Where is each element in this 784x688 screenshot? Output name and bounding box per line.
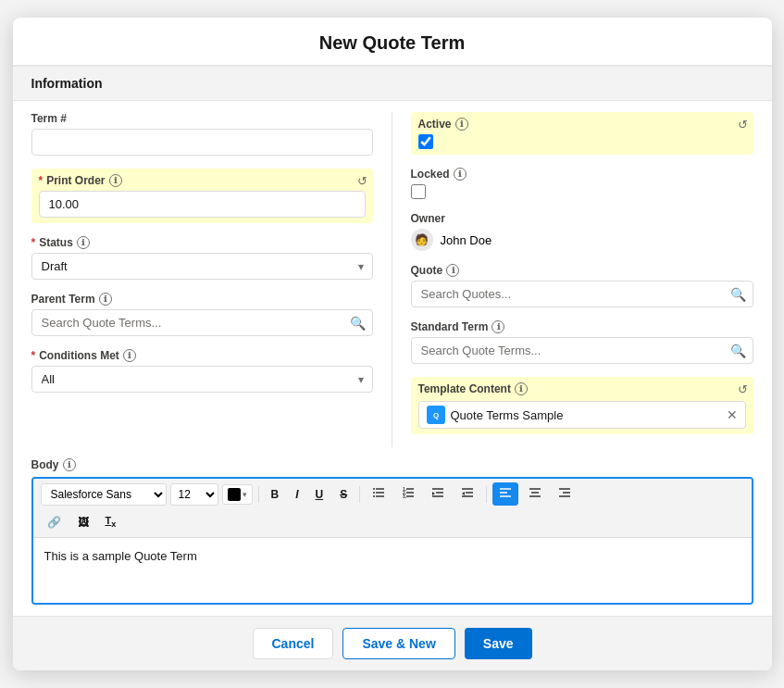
status-info-icon[interactable]: ℹ [77,236,90,249]
locked-checkbox-wrapper [411,184,753,199]
modal-title: New Quote Term [35,32,750,54]
svg-marker-21 [462,492,465,495]
rte-image-button[interactable]: 🖼 [71,512,95,532]
rte-font-family-select[interactable]: Salesforce Sans Arial Times New Roman [41,483,167,506]
template-content-info-icon[interactable]: ℹ [515,382,528,395]
locked-checkbox[interactable] [411,184,426,199]
template-chip-close-button[interactable]: ✕ [727,408,738,421]
rte-separator-3 [486,486,487,503]
locked-info-icon[interactable]: ℹ [454,168,467,181]
standard-term-input[interactable] [411,337,753,364]
form-grid: Term # * Print Order ℹ ↺ [13,101,772,458]
right-column: Active ℹ ↺ Locked ℹ [392,112,753,447]
status-select[interactable]: Draft Active Inactive [31,253,373,280]
rte-clear-format-button[interactable]: Tx [99,511,123,532]
rte-align-left-button[interactable] [492,482,518,506]
rte-font-size-select[interactable]: 12 14 16 18 [170,483,218,506]
rte-color-picker[interactable]: ▾ [222,484,253,505]
print-order-reset-icon[interactable]: ↺ [357,174,367,188]
quote-info-icon[interactable]: ℹ [446,264,459,277]
quote-label: Quote ℹ [411,264,753,277]
rte-ordered-list-button[interactable]: 1.2.3. [395,482,421,506]
svg-text:3.: 3. [403,494,407,499]
save-button[interactable]: Save [465,628,532,659]
svg-point-5 [373,488,375,490]
parent-term-field: Parent Term ℹ 🔍 [31,293,373,336]
save-new-button[interactable]: Save & New [342,628,454,659]
standard-term-label: Standard Term ℹ [411,320,753,333]
svg-text:Q: Q [432,411,438,419]
term-number-label: Term # [31,112,373,125]
rich-text-editor: Salesforce Sans Arial Times New Roman 12… [31,477,753,604]
quote-search-button[interactable]: 🔍 [730,287,746,302]
parent-term-info-icon[interactable]: ℹ [99,293,112,306]
body-section: Body ℹ Salesforce Sans Arial Times New R… [13,458,772,615]
standard-term-search-wrapper: 🔍 [411,337,753,364]
rte-align-center-button[interactable] [522,482,548,506]
owner-name: John Doe [441,233,492,247]
modal-container: New Quote Term Information Term # [13,18,772,669]
parent-term-search-button[interactable]: 🔍 [350,316,366,331]
rte-body-text: This is a sample Quote Term [44,549,197,563]
template-chip: Q Quote Terms Sample ✕ [418,401,746,429]
term-number-field: Term # [31,112,373,156]
rte-increase-indent-button[interactable] [454,482,480,506]
term-number-input[interactable] [31,129,373,156]
cancel-button[interactable]: Cancel [253,628,334,659]
rte-strikethrough-button[interactable]: S [333,484,354,505]
conditions-met-info-icon[interactable]: ℹ [123,349,136,362]
template-content-label: Template Content ℹ [418,382,746,395]
modal-footer: Cancel Save & New Save [13,616,772,670]
rte-decrease-indent-button[interactable] [425,482,451,506]
rte-unordered-list-button[interactable] [366,482,392,506]
template-content-highlighted: Template Content ℹ ↺ Q Quote Terms Sampl… [411,377,753,434]
print-order-highlighted: * Print Order ℹ ↺ [31,169,373,223]
modal-header: New Quote Term [13,18,772,66]
conditions-met-label: * Conditions Met ℹ [31,349,373,362]
rte-link-button[interactable]: 🔗 [41,512,68,532]
quote-input[interactable] [411,281,753,307]
quote-field: Quote ℹ 🔍 [411,264,753,307]
rte-color-swatch [228,488,241,501]
rte-toolbar-row1: Salesforce Sans Arial Times New Roman 12… [41,482,744,506]
template-chip-label: Quote Terms Sample [451,408,721,422]
print-order-input[interactable] [39,191,366,218]
active-field: Active ℹ ↺ [411,112,753,155]
standard-term-search-button[interactable]: 🔍 [730,344,746,358]
rte-content-area[interactable]: This is a sample Quote Term [33,538,752,603]
locked-label: Locked ℹ [411,168,753,181]
svg-point-6 [373,492,375,494]
owner-label: Owner [411,212,753,225]
rte-underline-button[interactable]: U [309,484,330,505]
quote-search-wrapper: 🔍 [411,281,753,307]
owner-row: 🧑 John Doe [411,229,753,251]
active-reset-icon[interactable]: ↺ [738,118,748,131]
standard-term-info-icon[interactable]: ℹ [492,320,504,333]
owner-field: Owner 🧑 John Doe [411,212,753,251]
active-checkbox[interactable] [418,134,433,149]
rte-color-chevron-icon: ▾ [243,490,247,499]
print-order-label: * Print Order ℹ [39,174,366,187]
status-label: * Status ℹ [31,236,373,249]
rte-align-right-button[interactable] [552,482,578,506]
template-content-reset-icon[interactable]: ↺ [738,382,748,396]
rte-bold-button[interactable]: B [265,484,286,505]
active-label: Active ℹ [418,118,746,131]
active-info-icon[interactable]: ℹ [455,118,468,131]
left-column: Term # * Print Order ℹ ↺ [31,112,392,447]
print-order-info-icon[interactable]: ℹ [109,174,122,187]
print-order-field: * Print Order ℹ ↺ [31,169,373,223]
svg-point-7 [373,495,375,497]
active-highlighted: Active ℹ ↺ [411,112,753,155]
conditions-met-field: * Conditions Met ℹ All Any Custom ▾ [31,349,373,393]
parent-term-search-wrapper: 🔍 [31,309,373,336]
parent-term-input[interactable] [31,309,373,336]
template-content-field: Template Content ℹ ↺ Q Quote Terms Sampl… [411,377,753,434]
conditions-met-select[interactable]: All Any Custom [31,366,373,393]
rte-italic-button[interactable]: I [289,484,305,505]
locked-field: Locked ℹ [411,168,753,199]
parent-term-label: Parent Term ℹ [31,293,373,306]
body-info-icon[interactable]: ℹ [63,458,76,471]
rte-separator-1 [258,486,259,503]
status-field: * Status ℹ Draft Active Inactive ▾ [31,236,373,280]
